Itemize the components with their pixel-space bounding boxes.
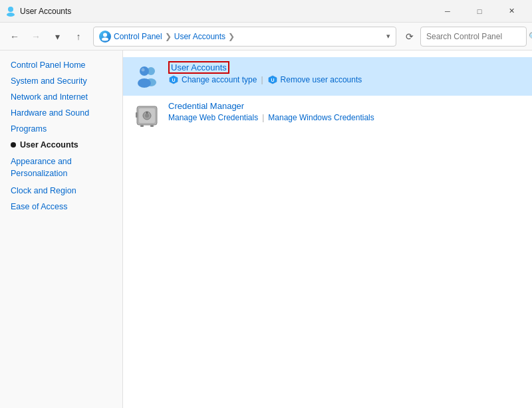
search-input[interactable] — [426, 32, 526, 41]
remove-user-accounts-label: Remove user accounts — [281, 75, 362, 84]
address-dropdown-chevron[interactable]: ▾ — [386, 32, 390, 41]
user-accounts-section: User Accounts U Change account type | — [123, 57, 532, 96]
path-separator-2: ❯ — [228, 32, 235, 41]
sidebar-item-hardware-sound[interactable]: Hardware and Sound — [0, 105, 122, 121]
credential-manager-links: Manage Web Credentials | Manage Windows … — [168, 113, 521, 122]
svg-point-2 — [103, 33, 107, 37]
svg-point-1 — [7, 13, 15, 17]
sidebar-item-appearance[interactable]: Appearance andPersonalization — [0, 153, 122, 183]
svg-text:U: U — [172, 78, 175, 82]
svg-rect-15 — [136, 112, 138, 118]
sidebar-item-control-panel-home[interactable]: Control Panel Home — [0, 57, 122, 73]
credential-manager-section: Credential Manager Manage Web Credential… — [123, 96, 532, 134]
user-accounts-link[interactable]: User Accounts — [168, 61, 229, 74]
address-path: Control Panel ❯ User Accounts ❯ — [114, 32, 236, 41]
svg-rect-20 — [150, 125, 154, 127]
user-accounts-icon — [134, 62, 160, 89]
credential-manager-icon — [134, 101, 160, 128]
up-button[interactable]: ↑ — [69, 27, 88, 46]
navigation-bar: ← → ▾ ↑ Control Panel ❯ User Accounts ❯ … — [0, 23, 532, 51]
close-button[interactable]: ✕ — [496, 0, 527, 23]
minimize-button[interactable]: ─ — [432, 0, 463, 23]
address-bar-icon — [99, 31, 111, 43]
sidebar-user-accounts-label: User Accounts — [20, 140, 78, 150]
active-bullet — [11, 142, 16, 148]
main-area: Control Panel Home System and Security N… — [0, 51, 532, 408]
up-dropdown-button[interactable]: ▾ — [48, 27, 66, 46]
sidebar-item-network-internet[interactable]: Network and Internet — [0, 89, 122, 105]
path-control-panel[interactable]: Control Panel — [114, 32, 162, 41]
refresh-button[interactable]: ⟳ — [402, 29, 418, 45]
manage-windows-credentials-label: Manage Windows Credentials — [268, 113, 374, 122]
user-accounts-links: U Change account type | U R — [168, 74, 521, 85]
sidebar-item-user-accounts[interactable]: User Accounts — [0, 137, 122, 153]
sidebar-item-system-security[interactable]: System and Security — [0, 73, 122, 89]
window-controls: ─ □ ✕ — [432, 0, 527, 23]
svg-point-17 — [145, 114, 149, 118]
address-bar[interactable]: Control Panel ❯ User Accounts ❯ ▾ — [93, 27, 396, 47]
sidebar-item-clock-region[interactable]: Clock and Region — [0, 183, 122, 199]
title-bar: User Accounts ─ □ ✕ — [0, 0, 532, 23]
sidebar-item-ease-of-access[interactable]: Ease of Access — [0, 199, 122, 215]
change-account-type-link[interactable]: U Change account type — [168, 74, 257, 85]
svg-point-6 — [140, 66, 149, 76]
forward-button[interactable]: → — [27, 27, 45, 46]
remove-user-accounts-link[interactable]: U Remove user accounts — [267, 74, 362, 85]
credential-manager-title: Credential Manager — [168, 101, 521, 111]
maximize-button[interactable]: □ — [464, 0, 495, 23]
svg-point-0 — [8, 7, 13, 12]
window-title: User Accounts — [20, 7, 432, 16]
remove-user-accounts-icon: U — [267, 74, 278, 85]
svg-point-8 — [142, 68, 145, 72]
manage-windows-credentials-link[interactable]: Manage Windows Credentials — [268, 113, 374, 122]
search-box: 🔍 — [420, 27, 527, 47]
manage-web-credentials-label: Manage Web Credentials — [168, 113, 258, 122]
path-separator-1: ❯ — [165, 32, 172, 41]
svg-rect-19 — [140, 125, 144, 127]
app-icon — [5, 6, 16, 17]
search-icon[interactable]: 🔍 — [529, 32, 532, 41]
back-button[interactable]: ← — [5, 27, 24, 46]
link-separator-2: | — [262, 113, 264, 122]
svg-point-7 — [138, 78, 151, 88]
credential-manager-body: Credential Manager Manage Web Credential… — [168, 101, 521, 122]
sidebar: Control Panel Home System and Security N… — [0, 51, 123, 408]
manage-web-credentials-link[interactable]: Manage Web Credentials — [168, 113, 258, 122]
path-user-accounts[interactable]: User Accounts — [174, 32, 225, 41]
link-separator-1: | — [261, 75, 263, 84]
credential-manager-link[interactable]: Credential Manager — [168, 101, 244, 111]
user-accounts-title: User Accounts — [168, 62, 521, 72]
sidebar-item-programs[interactable]: Programs — [0, 121, 122, 137]
user-accounts-body: User Accounts U Change account type | — [168, 62, 521, 85]
change-account-icon: U — [168, 74, 179, 85]
content-area: User Accounts U Change account type | — [123, 51, 532, 408]
svg-text:U: U — [271, 78, 274, 82]
change-account-type-label: Change account type — [182, 75, 257, 84]
svg-point-3 — [102, 37, 108, 41]
